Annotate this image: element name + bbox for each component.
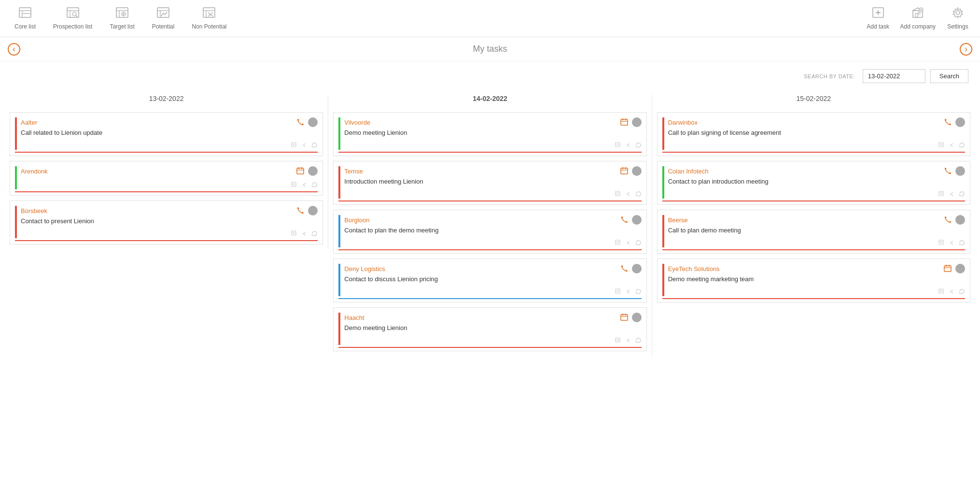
task-company[interactable]: Borsbeek xyxy=(21,207,47,215)
svg-rect-0 xyxy=(19,8,31,17)
svg-rect-27 xyxy=(915,14,918,17)
back-icon[interactable] xyxy=(301,230,308,238)
task-avatar xyxy=(632,215,642,225)
task-actions xyxy=(344,287,641,296)
task-description: Contact to plan introduction meeting xyxy=(668,178,965,185)
nav-prospection-list[interactable]: Prospection list xyxy=(46,4,99,33)
back-icon[interactable] xyxy=(625,288,631,296)
svg-rect-36 xyxy=(297,168,304,174)
task-type-icons xyxy=(944,264,965,273)
task-description: Contact to plan the demo meeting xyxy=(344,227,641,234)
task-card-inner: Arendonk xyxy=(15,166,318,189)
task-description: Contact to discuss Lienion pricing xyxy=(344,275,641,283)
add-company-label: Add company xyxy=(900,23,936,30)
task-bottom-border xyxy=(662,152,965,153)
edit-icon[interactable] xyxy=(615,288,621,296)
search-button[interactable]: Search xyxy=(930,69,968,83)
refresh-icon[interactable] xyxy=(635,191,642,199)
back-icon[interactable] xyxy=(949,240,955,247)
task-company[interactable]: Arendonk xyxy=(21,168,48,175)
refresh-icon[interactable] xyxy=(635,288,642,296)
edit-icon[interactable] xyxy=(615,337,621,345)
prev-page-arrow[interactable]: ‹ xyxy=(8,43,20,56)
task-avatar xyxy=(955,117,965,127)
task-company[interactable]: EyeTech Solutions xyxy=(668,265,720,273)
task-card: DarwinboxCall to plan signing of license… xyxy=(657,112,970,156)
refresh-icon[interactable] xyxy=(311,230,318,238)
task-bottom-border xyxy=(338,249,641,250)
task-avatar xyxy=(308,206,318,215)
svg-point-7 xyxy=(72,12,76,16)
back-icon[interactable] xyxy=(625,191,631,199)
task-card: HaachtDemo meeting Lienion xyxy=(333,307,646,351)
add-task-button[interactable]: Add task xyxy=(864,7,893,30)
task-avatar xyxy=(632,313,642,322)
refresh-icon[interactable] xyxy=(959,191,965,199)
task-card-top: Beerse xyxy=(668,215,965,225)
edit-icon[interactable] xyxy=(291,182,297,189)
back-icon[interactable] xyxy=(625,337,631,345)
task-type-icons xyxy=(296,117,318,127)
task-actions xyxy=(344,335,641,345)
nav-non-potential-label: Non Potential xyxy=(192,23,226,30)
refresh-icon[interactable] xyxy=(311,182,318,189)
edit-icon[interactable] xyxy=(291,142,297,150)
edit-icon[interactable] xyxy=(938,240,945,247)
back-icon[interactable] xyxy=(949,191,955,199)
task-avatar xyxy=(308,117,318,127)
settings-label: Settings xyxy=(947,23,968,30)
back-icon[interactable] xyxy=(301,142,308,150)
task-company[interactable]: Haacht xyxy=(344,314,364,321)
edit-icon[interactable] xyxy=(615,142,621,150)
refresh-icon[interactable] xyxy=(635,142,642,150)
refresh-icon[interactable] xyxy=(635,240,642,247)
task-company[interactable]: Vilvoorde xyxy=(344,119,370,126)
edit-icon[interactable] xyxy=(291,230,297,238)
nav-target-list[interactable]: Target list xyxy=(103,4,141,33)
edit-icon[interactable] xyxy=(938,288,945,296)
search-date-input[interactable] xyxy=(863,69,925,83)
edit-icon[interactable] xyxy=(615,191,621,199)
back-icon[interactable] xyxy=(301,182,308,189)
refresh-icon[interactable] xyxy=(311,142,318,150)
edit-icon[interactable] xyxy=(615,240,621,247)
svg-rect-43 xyxy=(292,231,296,235)
refresh-icon[interactable] xyxy=(959,288,965,296)
refresh-icon[interactable] xyxy=(959,240,965,247)
back-icon[interactable] xyxy=(949,142,955,150)
back-icon[interactable] xyxy=(949,288,955,296)
nav-target-list-label: Target list xyxy=(110,23,134,30)
task-actions xyxy=(344,140,641,150)
task-description: Demo meeting Lienion xyxy=(344,129,641,136)
nav-potential[interactable]: Potential xyxy=(145,4,182,33)
task-company[interactable]: Borgloon xyxy=(344,216,369,224)
task-company[interactable]: Darwinbox xyxy=(668,119,698,126)
refresh-icon[interactable] xyxy=(959,142,965,150)
task-company[interactable]: Temse xyxy=(344,168,363,175)
svg-rect-76 xyxy=(939,191,943,196)
edit-icon[interactable] xyxy=(938,142,945,150)
task-type-icon xyxy=(620,167,628,176)
svg-rect-73 xyxy=(939,143,943,147)
refresh-icon[interactable] xyxy=(635,337,642,345)
nav-core-list[interactable]: Core list xyxy=(8,4,42,33)
settings-button[interactable]: Settings xyxy=(943,7,972,30)
add-company-button[interactable]: Add company xyxy=(900,7,936,30)
task-card-top: Temse xyxy=(344,166,641,176)
task-company[interactable]: Colan Infotech xyxy=(668,168,709,175)
svg-rect-60 xyxy=(616,240,620,244)
edit-icon[interactable] xyxy=(938,191,945,199)
column-0: 13-02-2022AalterCall related to Lienion … xyxy=(5,95,328,249)
search-by-date-label: SEARCH BY DATE: xyxy=(804,73,855,79)
task-avatar xyxy=(955,166,965,176)
nav-non-potential[interactable]: Non Potential xyxy=(185,4,233,33)
next-page-arrow[interactable]: › xyxy=(960,43,972,56)
task-company[interactable]: Aalter xyxy=(21,119,37,126)
back-icon[interactable] xyxy=(625,142,631,150)
task-bottom-border xyxy=(662,298,965,299)
task-card: BorsbeekContact to present Lienion xyxy=(10,201,323,244)
column-header-2: 15-02-2022 xyxy=(657,95,970,108)
back-icon[interactable] xyxy=(625,240,631,247)
task-company[interactable]: Beerse xyxy=(668,216,688,224)
task-company[interactable]: Deny Logistics xyxy=(344,265,385,273)
